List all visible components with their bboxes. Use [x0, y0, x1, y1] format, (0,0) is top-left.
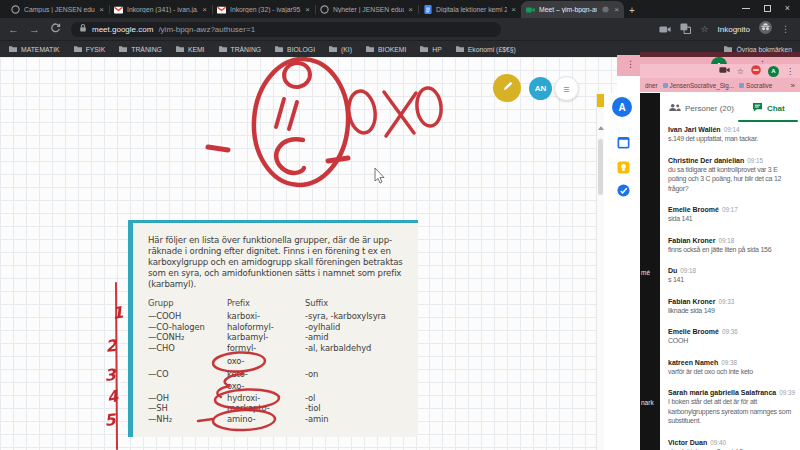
bookmark-folder[interactable]: KEMI	[175, 45, 205, 54]
bookmark-label: Ekonomi (£$€§)	[468, 46, 516, 53]
active-tab-underline	[738, 120, 798, 123]
cell-prefix: oxo-	[227, 356, 305, 367]
scrollbar-thumb[interactable]	[598, 139, 603, 195]
presenter-avatar[interactable]: AN	[529, 77, 552, 100]
account-avatar[interactable]: A	[612, 97, 632, 117]
cell-grupp: —SH	[148, 403, 227, 414]
bookmark-folder[interactable]: MATEMATIK	[8, 45, 60, 54]
browser-menu-icon[interactable]: ⋮	[786, 67, 794, 76]
restore-button[interactable]	[764, 5, 771, 12]
table-row: —CO keto- -on	[148, 369, 412, 380]
minimize-button[interactable]	[742, 8, 750, 9]
cell-prefix: formyl-	[227, 343, 305, 354]
bookmark-folder[interactable]: BIOKEMI	[365, 45, 406, 54]
tab-chat[interactable]: Chat	[752, 102, 785, 114]
tab-close-icon[interactable]: ×	[614, 6, 619, 14]
paragraph-line: som en syra, och amidofunktionen sätts i…	[148, 268, 412, 279]
extension-stop-icon[interactable]	[751, 65, 761, 77]
calendar-icon[interactable]	[617, 135, 630, 148]
hamburger-icon: ≡	[563, 83, 569, 95]
table-row: —CHO formyl- -al, karbaldehyd	[148, 343, 412, 354]
tab-close-icon[interactable]: ×	[408, 6, 413, 14]
tab-inbox-32[interactable]: Inkorgen (32) - ivajar95... ×	[212, 1, 315, 18]
message-time: 09:18	[718, 237, 734, 244]
bookmark-folder[interactable]: (KI)	[328, 45, 352, 54]
tab-close-icon[interactable]: ×	[202, 6, 207, 14]
bookmark-folder[interactable]: BIOLOGI	[274, 45, 315, 54]
tab-people-label[interactable]: Personer (20)	[685, 104, 734, 113]
bookmark-folder[interactable]: HP	[419, 45, 441, 54]
browser-menu-icon[interactable]: ⋮	[781, 24, 790, 34]
address-bar[interactable]: meet.google.com/yim-bpqn-awz?authuser=1	[71, 22, 501, 37]
tab-campus[interactable]: Campus | JENSEN edu... ×	[6, 1, 109, 18]
col-header-grupp: Grupp	[148, 298, 227, 309]
folder-icon	[175, 45, 185, 54]
message-time: 09:38	[721, 359, 737, 366]
new-tab-button[interactable]: +	[624, 2, 640, 18]
chat-message: Fabian Kroner09:33 liknade sida 149	[668, 297, 794, 316]
cell-grupp	[148, 381, 227, 392]
chat-message-list: Ivan Jarl Wallén09:14 s.149 det uppfatta…	[660, 123, 800, 450]
tasks-icon[interactable]	[617, 183, 630, 196]
bookmark-folder[interactable]: TRÄNING	[118, 45, 162, 54]
cell-grupp: —CO-halogen	[148, 322, 227, 333]
bookmark-folder[interactable]: Ekonomi (£$€§)	[455, 45, 516, 54]
tab-meet-active[interactable]: Meet – yim-bpqn-aw... ×	[521, 1, 624, 18]
chat-message: Sarah maria gabriella Salafranca09:39 I …	[668, 388, 794, 426]
red-oval	[250, 56, 353, 188]
back-button[interactable]: ←	[8, 24, 19, 35]
bookmark-star-icon[interactable]: ☆	[700, 24, 708, 34]
keep-icon[interactable]	[617, 160, 630, 173]
cell-prefix: merkapto-	[227, 403, 305, 414]
chat-message: Emelie Broomé09:17 sida 141	[668, 205, 794, 224]
table-row: —OH hydroxi- -ol	[148, 393, 412, 404]
profile-avatar[interactable]: A	[768, 66, 779, 77]
close-window-button[interactable]: ×	[785, 3, 790, 13]
bookmark-folder[interactable]: FYSIK	[73, 45, 106, 54]
bookmark-socrative-signin[interactable]: JensenSocrative_Sig...	[663, 82, 734, 89]
tab-title: Inkorgen (32) - ivajar95...	[230, 6, 301, 13]
camera-icon[interactable]	[719, 66, 730, 76]
paragraph-line: (karbamyl).	[148, 279, 412, 290]
pen-tool-button[interactable]	[493, 74, 521, 102]
reload-button[interactable]	[50, 23, 61, 36]
page-scrollbar[interactable]	[596, 93, 604, 450]
incognito-label: Inkognito	[718, 25, 750, 34]
tab-close-icon[interactable]: ×	[99, 6, 104, 14]
book-paragraph: Här följer en lista över funktionella gr…	[148, 235, 412, 290]
message-author: Ivan Jarl Wallén09:14	[668, 125, 794, 134]
tab-digitala-lektioner[interactable]: Digitala lektioner kemi 2 ×	[418, 1, 521, 18]
margin-number-3: 3	[104, 365, 119, 385]
cell-suffix: -tiol	[305, 403, 412, 414]
col-header-prefix: Prefix	[227, 298, 305, 309]
gmail-icon	[217, 5, 226, 14]
bookmark-socrative[interactable]: Socrative	[739, 82, 772, 89]
chat-panel-header: Personer (20) Chat	[660, 93, 800, 123]
author-name: katreen Nameh	[668, 359, 718, 366]
tab-media-icon[interactable]	[659, 20, 671, 38]
bookmark-label-fragment[interactable]: dner	[645, 82, 658, 89]
bookmark-folder[interactable]: TRÄNING	[218, 45, 262, 54]
pink-window-frame-edge	[640, 52, 800, 57]
cell-suffix: -amid	[305, 332, 412, 343]
window-menu-icon[interactable]: ⋮	[626, 59, 635, 69]
folder-icon	[419, 45, 429, 54]
message-author: Emelie Broomé09:36	[668, 327, 794, 336]
folder-icon	[218, 45, 228, 54]
message-time: 09:17	[722, 206, 738, 213]
tab-close-icon[interactable]: ×	[511, 6, 516, 14]
tab-inbox-341[interactable]: Inkorgen (341) - ivan.ja... ×	[109, 1, 212, 18]
author-name: Emelie Broomé	[668, 328, 719, 335]
tab-close-icon[interactable]: ×	[305, 6, 310, 14]
tab-nyheter[interactable]: Nyheter | JENSEN educ... ×	[315, 1, 418, 18]
annotation-menu-button[interactable]: ≡	[554, 76, 579, 101]
browser-toolbar: ← → meet.google.com/yim-bpqn-awz?authuse…	[0, 18, 800, 40]
bookmarks-overflow-icon[interactable]: »	[791, 81, 795, 90]
red-double-bond-2	[289, 102, 297, 129]
forward-button[interactable]: →	[29, 24, 40, 35]
bookmark-star-icon[interactable]: ☆	[737, 67, 744, 76]
translate-icon[interactable]	[680, 20, 691, 38]
red-oxo-letter-o2	[415, 87, 443, 127]
background-window-strip: mé nark	[640, 93, 660, 450]
author-name: Ivan Jarl Wallén	[668, 126, 721, 133]
